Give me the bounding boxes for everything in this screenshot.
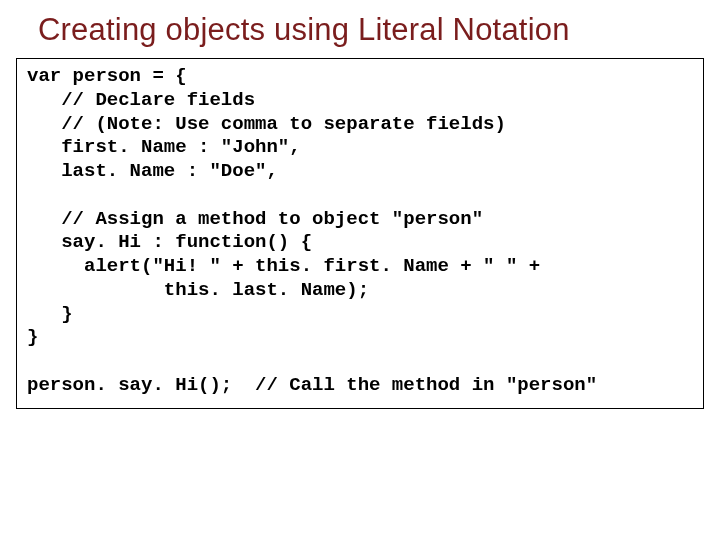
code-line: say. Hi : function() { <box>27 231 312 253</box>
code-line: // Assign a method to object "person" <box>27 208 483 230</box>
slide: Creating objects using Literal Notation … <box>0 0 720 540</box>
page-title: Creating objects using Literal Notation <box>38 12 704 48</box>
code-line: // Declare fields <box>27 89 255 111</box>
code-line: first. Name : "John", <box>27 136 301 158</box>
code-block: var person = { // Declare fields // (Not… <box>16 58 704 409</box>
code-line: this. last. Name); <box>27 279 369 301</box>
code-line: person. say. Hi(); // Call the method in… <box>27 374 597 396</box>
code-line: alert("Hi! " + this. first. Name + " " + <box>27 255 540 277</box>
code-line: last. Name : "Doe", <box>27 160 278 182</box>
code-line: } <box>27 326 38 348</box>
code-line: } <box>27 303 73 325</box>
code-line: var person = { <box>27 65 187 87</box>
code-line: // (Note: Use comma to separate fields) <box>27 113 506 135</box>
